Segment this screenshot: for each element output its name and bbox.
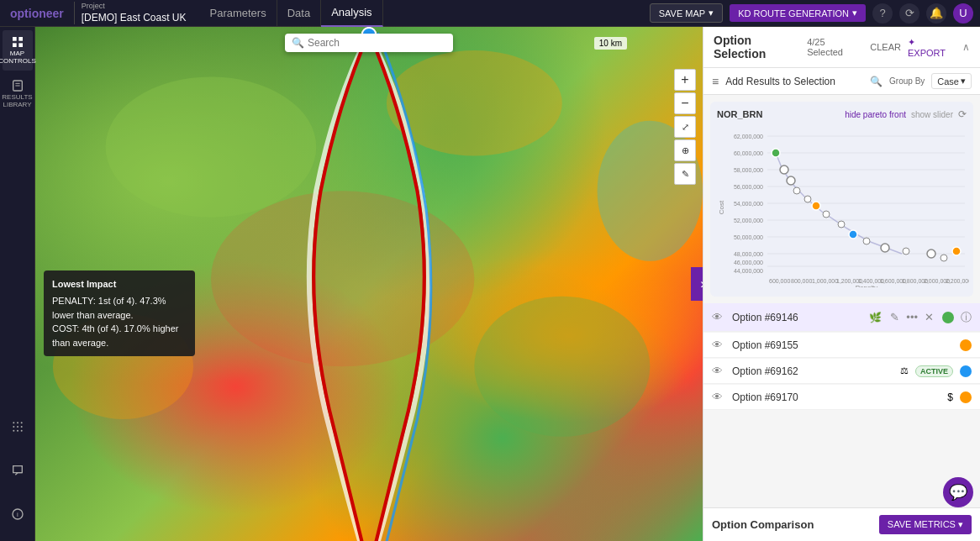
add-results-label[interactable]: Add Results to Selection bbox=[725, 76, 863, 87]
edit-button-69146[interactable]: ✎ bbox=[888, 309, 901, 325]
svg-point-21 bbox=[474, 297, 650, 437]
show-slider-link[interactable]: show slider bbox=[911, 110, 953, 119]
nav-analysis[interactable]: Analysis bbox=[321, 0, 382, 27]
svg-rect-1 bbox=[18, 37, 23, 41]
nav-parameters[interactable]: Parameters bbox=[199, 0, 277, 27]
svg-point-15 bbox=[20, 430, 22, 432]
map-zoom-controls: + − ⤢ ⊕ ✎ bbox=[674, 69, 696, 185]
sidebar-chat-icon[interactable] bbox=[3, 450, 33, 491]
search-icon: 🔍 bbox=[292, 37, 304, 49]
collapse-chevron[interactable]: ∧ bbox=[962, 41, 970, 53]
selected-count: 4/25 Selected bbox=[807, 37, 863, 57]
pareto-chart: 62,000,000 60,000,000 58,000,000 56,000,… bbox=[717, 123, 969, 287]
help-icon[interactable]: ? bbox=[872, 3, 893, 24]
info-icon: i bbox=[11, 507, 24, 521]
more-button-69146[interactable]: ••• bbox=[904, 309, 919, 325]
kd-route-button[interactable]: KD ROUTE GENERATION ▾ bbox=[730, 4, 866, 22]
svg-text:54,000,000: 54,000,000 bbox=[734, 201, 763, 207]
color-dot-69162 bbox=[960, 365, 972, 377]
svg-text:800,000: 800,000 bbox=[791, 278, 812, 284]
clear-button[interactable]: CLEAR bbox=[870, 42, 901, 52]
svg-text:44,000,000: 44,000,000 bbox=[734, 268, 763, 274]
svg-point-53 bbox=[772, 149, 780, 157]
visibility-icon-69162[interactable]: 👁 bbox=[712, 365, 725, 377]
zoom-fit-button[interactable]: ⤢ bbox=[674, 116, 696, 138]
export-button[interactable]: ✦ EXPORT bbox=[908, 37, 956, 58]
refresh-chart-icon[interactable]: ⟳ bbox=[958, 108, 967, 120]
sidebar-grid-icon[interactable] bbox=[3, 407, 33, 447]
close-button-69146[interactable]: ✕ bbox=[923, 309, 935, 325]
save-metrics-button[interactable]: SAVE METRICS ▾ bbox=[879, 515, 972, 534]
header-right: SAVE MAP ▾ KD ROUTE GENERATION ▾ ? ⟳ 🔔 U bbox=[650, 3, 980, 24]
chart-controls: hide pareto front show slider ⟳ bbox=[845, 108, 967, 120]
group-by-select[interactable]: Case ▾ bbox=[931, 73, 972, 89]
svg-point-9 bbox=[20, 422, 22, 423]
option-label-69146: Option #69146 bbox=[732, 312, 862, 323]
options-list: 👁 Option #69146 🌿 ✎ ••• ✕ ⓘ 👁 Option #69… bbox=[703, 303, 980, 507]
comparison-title: Option Comparison bbox=[712, 518, 814, 531]
svg-point-58 bbox=[812, 202, 820, 210]
svg-point-62 bbox=[863, 238, 870, 244]
info-button-69146[interactable]: ⓘ bbox=[961, 310, 972, 325]
option-item-69155: 👁 Option #69155 bbox=[703, 333, 980, 358]
settings-icon[interactable]: ⟳ bbox=[899, 3, 919, 24]
zoom-out-button[interactable]: − bbox=[674, 92, 696, 114]
compare-icon-69162: ⚖ bbox=[900, 365, 909, 376]
svg-rect-0 bbox=[13, 37, 17, 41]
option-comparison: Option Comparison SAVE METRICS ▾ bbox=[703, 507, 980, 541]
sidebar-map-controls[interactable]: MAPCONTROLS bbox=[3, 30, 33, 71]
hide-pareto-link[interactable]: hide pareto front bbox=[845, 110, 906, 119]
color-dot-69170 bbox=[960, 391, 972, 403]
svg-point-11 bbox=[17, 426, 18, 428]
sidebar-info-icon[interactable]: i bbox=[3, 494, 33, 534]
option-actions-69146: ✎ ••• ✕ bbox=[888, 309, 935, 325]
svg-point-55 bbox=[787, 176, 795, 185]
svg-text:Penalty: Penalty bbox=[856, 284, 878, 287]
svg-point-65 bbox=[927, 249, 935, 258]
left-sidebar: MAPCONTROLS RESULTSLIBRARY i bbox=[0, 27, 35, 541]
svg-point-60 bbox=[838, 221, 845, 228]
panel-title: Option Selection bbox=[714, 34, 807, 60]
nav-data[interactable]: Data bbox=[277, 0, 321, 27]
svg-point-18 bbox=[106, 76, 317, 217]
color-dot-69146 bbox=[942, 312, 954, 323]
option-label-69162: Option #69162 bbox=[732, 365, 893, 377]
visibility-icon-69146[interactable]: 👁 bbox=[712, 311, 725, 323]
lowest-impact-tooltip: Lowest Impact PENALTY: 1st (of 4). 47.3%… bbox=[44, 270, 195, 357]
search-input[interactable] bbox=[308, 37, 446, 49]
option-item-69146: 👁 Option #69146 🌿 ✎ ••• ✕ ⓘ bbox=[703, 303, 980, 332]
compass-button[interactable]: ⊕ bbox=[674, 139, 696, 161]
svg-text:46,000,000: 46,000,000 bbox=[734, 260, 763, 265]
svg-text:1,000,000: 1,000,000 bbox=[812, 278, 838, 284]
svg-text:62,000,000: 62,000,000 bbox=[734, 134, 763, 139]
search-small-icon[interactable]: 🔍 bbox=[870, 76, 883, 87]
svg-point-54 bbox=[780, 165, 788, 174]
svg-point-57 bbox=[804, 196, 811, 202]
svg-point-13 bbox=[13, 430, 14, 432]
dollar-icon-69170: $ bbox=[947, 391, 953, 403]
visibility-icon-69170[interactable]: 👁 bbox=[712, 391, 725, 403]
map-search-bar[interactable]: 🔍 bbox=[285, 34, 453, 52]
zoom-in-button[interactable]: + bbox=[674, 69, 696, 91]
user-icon[interactable]: U bbox=[953, 3, 973, 24]
tooltip-line1: PENALTY: 1st (of 4). 47.3% lower than av… bbox=[52, 294, 187, 322]
svg-point-56 bbox=[793, 187, 800, 194]
active-badge-69162: ACTIVE bbox=[915, 365, 953, 377]
option-item-69170: 👁 Option #69170 $ bbox=[703, 385, 980, 410]
svg-point-66 bbox=[952, 247, 961, 255]
edit-button[interactable]: ✎ bbox=[674, 163, 696, 185]
panel-toggle-arrow[interactable]: › bbox=[691, 267, 703, 301]
right-panel: Option Selection 4/25 Selected CLEAR ✦ E… bbox=[703, 27, 980, 541]
notifications-icon[interactable]: 🔔 bbox=[926, 3, 946, 24]
save-map-button[interactable]: SAVE MAP ▾ bbox=[650, 3, 723, 23]
app-logo: optioneer bbox=[0, 7, 74, 20]
scale-bar: 10 km bbox=[594, 37, 627, 50]
dots-grid-icon bbox=[11, 420, 24, 433]
chat-bubble-button[interactable]: 💬 bbox=[943, 477, 973, 507]
map-area[interactable]: 🔍 10 km + − ⤢ ⊕ ✎ › Lowest Impact PENALT… bbox=[35, 27, 703, 541]
option-label-69155: Option #69155 bbox=[732, 339, 953, 351]
svg-text:50,000,000: 50,000,000 bbox=[734, 234, 763, 240]
sidebar-results-library[interactable]: RESULTSLIBRARY bbox=[3, 74, 33, 114]
svg-text:56,000,000: 56,000,000 bbox=[734, 184, 763, 190]
visibility-icon-69155[interactable]: 👁 bbox=[712, 339, 725, 351]
